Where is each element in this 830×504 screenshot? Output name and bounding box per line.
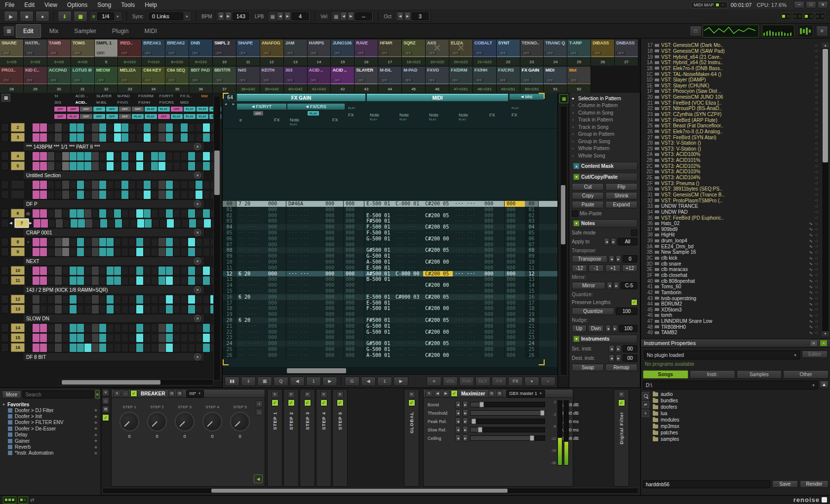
- pattern-cell-crs[interactable]: ··· ···: [286, 276, 323, 282]
- matrix-cell[interactable]: [107, 238, 114, 246]
- pattern-cell-n3[interactable]: ··· ···: [423, 288, 453, 294]
- track-mute-button[interactable]: OFF: [167, 51, 176, 55]
- pattern-cell-mfx[interactable]: 000: [482, 207, 504, 213]
- pattern-cell-mst[interactable]: 000: [504, 218, 525, 224]
- matrix-cell[interactable]: [181, 267, 188, 275]
- sequence-loop-marker[interactable]: [1, 180, 9, 189]
- matrix-mute-chip[interactable]: OFF: [80, 107, 92, 112]
- matrix-cell[interactable]: [99, 248, 106, 256]
- sequence-slot-15[interactable]: 15: [11, 333, 25, 342]
- matrix-cell[interactable]: [107, 324, 114, 332]
- matrix-mute-chip[interactable]: OFF: [67, 107, 79, 112]
- ccp-cut-button[interactable]: Cut: [572, 183, 604, 191]
- folder-bundles[interactable]: bundles: [651, 397, 824, 404]
- matrix-cell[interactable]: [158, 295, 165, 304]
- matrix-cell[interactable]: [144, 295, 151, 304]
- scope-option-group-in-pattern[interactable]: ●Group in Pattern: [572, 131, 637, 138]
- matrix-cell[interactable]: [121, 248, 128, 256]
- instrument-30[interactable]: 30VST: 38911bytes (SEQ:PS..◁: [643, 186, 820, 192]
- pattern-cell-crsfx[interactable]: 000: [323, 335, 343, 341]
- pattern-cell-rytfx[interactable]: 000: [266, 271, 286, 277]
- matrix-cell[interactable]: [144, 305, 151, 313]
- pattern-cell-crsfx[interactable]: 000: [323, 242, 343, 248]
- favorite-star-icon[interactable]: ★: [94, 432, 99, 437]
- matrix-cell[interactable]: [99, 238, 106, 246]
- pattern-cell-n2[interactable]: ··· ···: [394, 242, 423, 248]
- breaker-add-icon[interactable]: +: [256, 400, 263, 407]
- sequence-slot-8[interactable]: 8: [11, 237, 25, 246]
- oct-value[interactable]: 3: [412, 12, 429, 20]
- track-mute-button[interactable]: OFF: [451, 78, 460, 82]
- oct-inc-button[interactable]: ▶: [404, 12, 411, 21]
- pattern-cell-mfx[interactable]: 000: [482, 213, 504, 219]
- pattern-cell-n2[interactable]: ··· ···: [394, 218, 423, 224]
- track-mute-button[interactable]: OFF: [191, 51, 199, 55]
- matrix-cell[interactable]: [196, 267, 202, 275]
- device-close-icon[interactable]: ✕: [618, 391, 625, 398]
- scope-option-track-in-song[interactable]: ●Track in Song: [572, 123, 637, 131]
- matrix-cell[interactable]: [151, 276, 158, 285]
- favorite-star-icon[interactable]: ★: [94, 420, 99, 425]
- pattern-cell-n3[interactable]: C#200 00: [423, 259, 453, 265]
- matrix-cell[interactable]: [203, 248, 210, 256]
- transpose-value[interactable]: 0: [623, 255, 637, 263]
- matrix-cell[interactable]: [144, 162, 151, 170]
- matrix-cell[interactable]: [173, 295, 180, 304]
- pattern-cell-n4[interactable]: ··· ···: [453, 300, 482, 306]
- matrix-cell[interactable]: [70, 248, 77, 256]
- pattern-cell-mst[interactable]: 000: [504, 265, 525, 271]
- matrix-cell[interactable]: [62, 162, 69, 170]
- matrix-cell[interactable]: [181, 191, 188, 199]
- fxcrs-play-chip[interactable]: PLAY: [308, 111, 319, 116]
- pattern-cell-mfx[interactable]: 000: [482, 265, 504, 271]
- sequence-loop-marker[interactable]: [1, 209, 9, 218]
- pattern-cell-crsfx[interactable]: 000: [323, 218, 343, 224]
- matrix-mute-chip[interactable]: OFF: [54, 107, 66, 112]
- matrix-cell[interactable]: [77, 238, 84, 246]
- matrix-cell[interactable]: [84, 181, 91, 189]
- instrument-17[interactable]: 17VST: GenesisCM (Dark Mo..◁: [643, 42, 820, 48]
- pattern-cell-n1[interactable]: ··· ···: [364, 288, 394, 294]
- ccp-paste-button[interactable]: Paste: [572, 201, 604, 208]
- breaker-preset-select[interactable]: Int* ▼: [186, 390, 203, 397]
- pattern-cell-mfx[interactable]: 000: [482, 201, 504, 207]
- matrix-cell[interactable]: [70, 152, 77, 160]
- pattern-cell-crsfx[interactable]: 000: [323, 271, 343, 277]
- matrix-cell[interactable]: [129, 248, 136, 256]
- matrix-cell[interactable]: [144, 238, 151, 246]
- collapsed-device-global[interactable]: ✕GLOBAL: [404, 389, 419, 487]
- matrix-cell[interactable]: [70, 334, 77, 342]
- pattern-cell-rytfx[interactable]: 000: [266, 352, 286, 358]
- pattern-cell-mfx[interactable]: 000: [482, 335, 504, 341]
- slider-inc[interactable]: ▶: [463, 401, 468, 408]
- instrument-2B[interactable]: 2BVST3: ACID101%◁: [643, 157, 820, 163]
- matrix-cell[interactable]: [203, 123, 210, 132]
- track-header-axs[interactable]: AXSOFF✕: [426, 39, 449, 57]
- matrix-cell[interactable]: [33, 152, 40, 160]
- pattern-cell-n2[interactable]: ··· ···: [394, 335, 423, 341]
- pattern-cell-crs[interactable]: ··· ···: [286, 213, 323, 219]
- pattern-cell-n1[interactable]: E-500 01: [364, 201, 394, 207]
- matrix-cell[interactable]: [136, 191, 143, 199]
- matrix-cell[interactable]: [99, 191, 106, 199]
- pattern-cell-n1[interactable]: F#500 01: [364, 218, 394, 224]
- instrument-27[interactable]: 27VST: FireBird (SYN Atari)◁: [643, 134, 820, 140]
- pattern-cell-mfx[interactable]: 000: [482, 242, 504, 248]
- track-mute-button[interactable]: OFF: [474, 78, 483, 82]
- pattern-cell-ryt[interactable]: ·· ····: [237, 265, 266, 271]
- pattern-cell-n4[interactable]: ··· ···: [453, 306, 482, 311]
- matrix-cell[interactable]: [99, 209, 106, 218]
- matrix-cell[interactable]: [85, 219, 92, 228]
- pattern-cell-rytfx[interactable]: 000: [266, 306, 286, 311]
- sequence-section-row[interactable]: DF 8 BIT✕: [23, 352, 204, 361]
- pattern-cell-n2[interactable]: ··· ···: [394, 341, 423, 347]
- favorite-doofer-de-esser[interactable]: Doofer > De-Esser★: [2, 426, 99, 431]
- matrix-cell[interactable]: [196, 305, 202, 313]
- track-mute-button[interactable]: OFF: [593, 51, 601, 55]
- favorite-doofer-filter-env[interactable]: Doofer > FILTER ENV★: [2, 420, 99, 426]
- matrix-cell[interactable]: [144, 267, 151, 275]
- collapsed-device-step-4[interactable]: ✕STEP 4: [316, 389, 331, 487]
- matrix-cell[interactable]: [40, 305, 47, 313]
- pattern-cell-n2[interactable]: ··· ···: [394, 247, 423, 253]
- pattern-cell-gfx[interactable]: 000: [343, 230, 364, 236]
